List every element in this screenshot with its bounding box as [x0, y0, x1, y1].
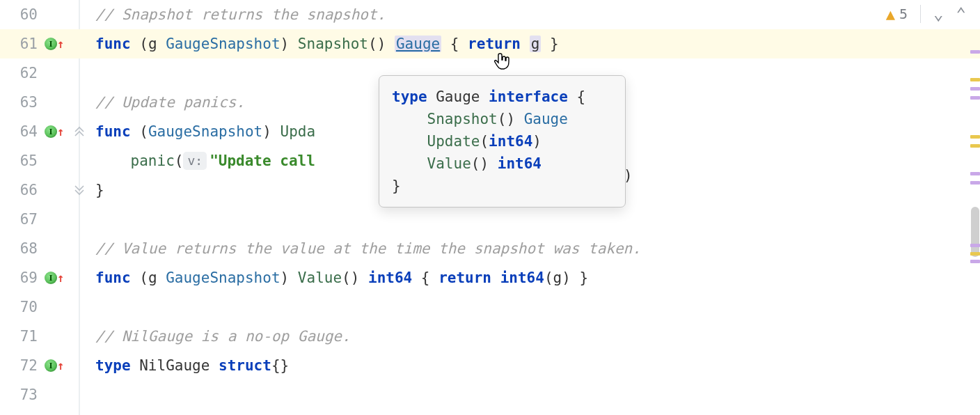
line-number: 69	[0, 263, 42, 292]
implements-interface-icon[interactable]: I	[45, 359, 57, 372]
line-number: 61	[0, 29, 42, 58]
implements-interface-icon[interactable]: I	[45, 125, 57, 138]
gutter-cell[interactable]: I ↑	[42, 263, 80, 292]
warning-count: 5	[899, 6, 908, 22]
code-editor[interactable]: ▲ 5 ⌄ ⌃ 60 // Snapshot returns the snaps…	[0, 0, 980, 415]
stripe-marker[interactable]	[970, 260, 980, 263]
stripe-marker[interactable]	[970, 181, 980, 185]
line-number: 60	[0, 0, 42, 29]
line-number: 71	[0, 322, 42, 351]
error-stripe[interactable]	[970, 0, 980, 415]
gutter-cell	[42, 0, 80, 29]
inspection-status: ▲ 5 ⌄ ⌃	[886, 4, 966, 24]
code-line[interactable]: 61 I ↑ func (g GaugeSnapshot) Snapshot()…	[0, 29, 980, 58]
code-line[interactable]: 73	[0, 380, 980, 409]
stripe-marker[interactable]	[970, 50, 980, 54]
stripe-marker[interactable]	[970, 78, 980, 81]
implements-interface-icon[interactable]: I	[45, 38, 57, 50]
code-line[interactable]: 67	[0, 205, 980, 234]
stripe-marker[interactable]	[970, 87, 980, 91]
stripe-marker[interactable]	[970, 252, 980, 256]
line-number: 72	[0, 351, 42, 380]
line-number: 68	[0, 234, 42, 263]
fold-toggle-start-icon[interactable]	[72, 125, 86, 139]
parameter-hint: v:	[183, 152, 207, 170]
line-number: 62	[0, 58, 42, 88]
implements-interface-icon[interactable]: I	[45, 272, 57, 284]
code-line[interactable]: 60 // Snapshot returns the snapshot.	[0, 0, 980, 29]
stripe-marker[interactable]	[970, 244, 980, 247]
type-link-gauge[interactable]: Gauge	[396, 36, 440, 52]
go-to-super-icon[interactable]: ↑	[57, 351, 64, 380]
code-line[interactable]: 69 I ↑ func (g GaugeSnapshot) Value() in…	[0, 263, 980, 292]
line-number: 66	[0, 175, 42, 205]
stripe-marker[interactable]	[970, 172, 980, 175]
warnings-indicator[interactable]: ▲ 5	[886, 6, 908, 23]
stripe-marker[interactable]	[970, 144, 980, 148]
code-text[interactable]: func (g GaugeSnapshot) Snapshot() Gauge …	[80, 29, 559, 58]
stripe-marker[interactable]	[970, 135, 980, 139]
line-number: 63	[0, 88, 42, 117]
code-line[interactable]: 71 // NilGauge is a no-op Gauge.	[0, 322, 980, 351]
code-line[interactable]: 70	[0, 292, 980, 322]
code-line[interactable]: 72 I ↑ type NilGauge struct{}	[0, 351, 980, 380]
scrollbar-thumb[interactable]	[971, 207, 979, 257]
editor-lines[interactable]: 60 // Snapshot returns the snapshot. 61 …	[0, 0, 980, 415]
go-to-super-icon[interactable]: ↑	[57, 263, 64, 292]
line-number: 73	[0, 380, 42, 409]
code-line[interactable]: 68 // Value returns the value at the tim…	[0, 234, 980, 263]
line-number: 67	[0, 205, 42, 234]
fold-toggle-end-icon[interactable]	[72, 183, 86, 197]
warning-icon: ▲	[886, 6, 895, 23]
gutter-cell[interactable]: I ↑	[42, 351, 80, 380]
next-occurrence-chevron-down-icon[interactable]: ⌄	[933, 4, 943, 24]
stripe-marker[interactable]	[970, 96, 980, 100]
prev-occurrence-chevron-up-icon[interactable]: ⌃	[956, 4, 966, 24]
line-number: 65	[0, 146, 42, 175]
line-number: 64	[0, 117, 42, 146]
go-to-super-icon[interactable]: ↑	[57, 29, 64, 58]
code-text[interactable]: // Snapshot returns the snapshot.	[80, 0, 386, 29]
go-to-super-icon[interactable]: ↑	[57, 117, 64, 146]
quick-definition-popup[interactable]: type Gauge interface { Snapshot() Gauge …	[379, 75, 626, 208]
gutter-cell[interactable]: I ↑	[42, 29, 80, 58]
line-number: 70	[0, 292, 42, 322]
separator	[920, 5, 921, 23]
